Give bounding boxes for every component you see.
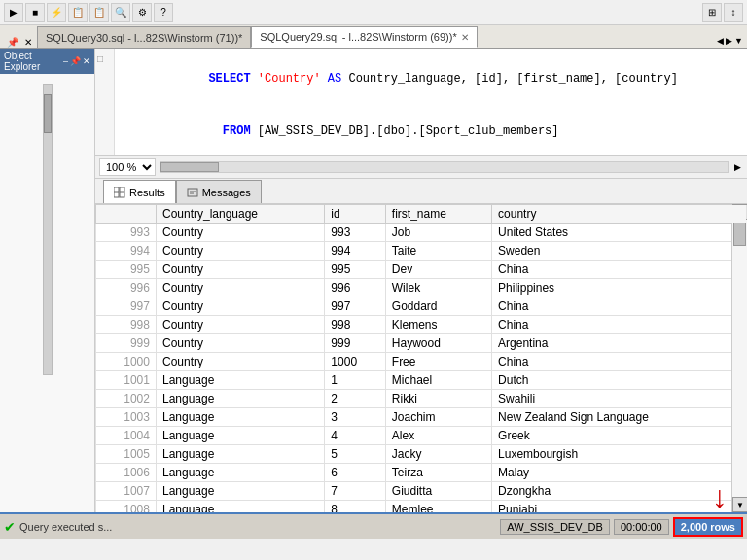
row-num-cell: 1003 bbox=[96, 408, 157, 427]
table-row: 993Country993JobUnited States bbox=[96, 224, 747, 242]
tab-scroll-right[interactable]: ▶ bbox=[726, 36, 732, 46]
tab-sqlquery30[interactable]: SQLQuery30.sql - l...82S\Winstorm (71))* bbox=[37, 26, 251, 48]
scrollbar-thumb bbox=[44, 94, 52, 133]
id-cell: 994 bbox=[325, 242, 385, 261]
toolbar-btn-6[interactable]: 🔍 bbox=[111, 3, 130, 22]
h-scroll-right-btn[interactable]: ▶ bbox=[732, 162, 743, 172]
row-num-cell: 994 bbox=[96, 242, 157, 261]
unpin-icon[interactable]: 📌 bbox=[70, 56, 81, 66]
col-header-first-name: first_name bbox=[385, 205, 491, 224]
first-name-cell: Haywood bbox=[385, 334, 491, 353]
first-name-cell: Taite bbox=[385, 242, 491, 261]
sql-editor[interactable]: □ SELECT 'Country' AS Country_language, … bbox=[95, 49, 747, 156]
sql-editor-content[interactable]: SELECT 'Country' AS Country_language, [i… bbox=[117, 49, 747, 156]
collapse-icon[interactable]: □ bbox=[97, 53, 103, 64]
status-success-icon: ✔ bbox=[4, 519, 16, 535]
toolbar-btn-5[interactable]: 📋 bbox=[89, 3, 109, 22]
results-tabs: Results Messages bbox=[95, 179, 747, 204]
line-gutter: □ bbox=[95, 49, 115, 155]
table-row: 996Country996WilekPhilippines bbox=[96, 279, 747, 298]
id-cell: 6 bbox=[325, 464, 385, 482]
toolbar-btn-1[interactable]: ▶ bbox=[4, 3, 23, 22]
h-scroll-thumb bbox=[160, 162, 219, 172]
tab-close-icon[interactable]: ✕ bbox=[461, 32, 469, 43]
id-cell: 1000 bbox=[325, 353, 385, 371]
col-header-rownum bbox=[96, 205, 157, 224]
id-cell: 8 bbox=[325, 501, 385, 513]
country-language-cell: Country bbox=[156, 298, 324, 316]
col-header-id: id bbox=[325, 205, 385, 224]
country-cell: China bbox=[492, 261, 747, 279]
messages-icon bbox=[187, 187, 198, 198]
scroll-thumb bbox=[733, 222, 746, 246]
row-num-cell: 1007 bbox=[96, 482, 157, 501]
country-cell: Sweden bbox=[492, 242, 747, 261]
id-cell: 998 bbox=[325, 316, 385, 334]
tab-scroll-left[interactable]: ◀ bbox=[717, 36, 724, 46]
row-num-cell: 1006 bbox=[96, 464, 157, 482]
zoom-select[interactable]: 100 % 75 % 125 % bbox=[99, 158, 156, 176]
id-cell: 5 bbox=[325, 445, 385, 464]
table-row: 1008Language8MemleePunjabi bbox=[96, 501, 747, 513]
country-language-cell: Country bbox=[156, 353, 324, 371]
toolbar-btn-2[interactable]: ■ bbox=[25, 3, 45, 22]
pin-button[interactable]: 📌 bbox=[4, 37, 21, 48]
tab-bar: 📌 ✕ SQLQuery30.sql - l...82S\Winstorm (7… bbox=[0, 25, 747, 49]
toolbar-btn-7[interactable]: ⚙ bbox=[132, 3, 152, 22]
country-cell: Swahili bbox=[492, 390, 747, 408]
toolbar: ▶ ■ ⚡ 📋 📋 🔍 ⚙ ? ⊞ ↕ bbox=[0, 0, 747, 25]
table-row: 1001Language1MichaelDutch bbox=[96, 371, 747, 390]
row-num-cell: 1005 bbox=[96, 445, 157, 464]
svg-rect-3 bbox=[120, 192, 124, 197]
row-num-cell: 999 bbox=[96, 334, 157, 353]
left-panel-title: Object Explorer bbox=[4, 51, 63, 72]
first-name-cell: Teirza bbox=[385, 464, 491, 482]
first-name-cell: Goddard bbox=[385, 298, 491, 316]
pin-icon[interactable]: – bbox=[63, 56, 68, 66]
left-panel-pins: – 📌 ✕ bbox=[63, 56, 90, 66]
svg-rect-1 bbox=[120, 187, 124, 192]
table-row: 999Country999HaywoodArgentina bbox=[96, 334, 747, 353]
toolbar-btn-8[interactable]: ? bbox=[154, 3, 173, 22]
toolbar-btn-3[interactable]: ⚡ bbox=[47, 3, 66, 22]
first-name-cell: Jacky bbox=[385, 445, 491, 464]
toolbar-btn-4[interactable]: 📋 bbox=[68, 3, 88, 22]
row-num-cell: 1008 bbox=[96, 501, 157, 513]
country-cell: United States bbox=[492, 224, 747, 242]
tab-sqlquery29[interactable]: SQLQuery29.sql - l...82S\Winstorm (69))*… bbox=[251, 26, 477, 48]
country-language-cell: Country bbox=[156, 261, 324, 279]
close-panel-icon[interactable]: ✕ bbox=[83, 56, 90, 66]
id-cell: 996 bbox=[325, 279, 385, 298]
country-language-cell: Country bbox=[156, 224, 324, 242]
country-cell: Punjabi bbox=[492, 501, 747, 513]
toolbar-extra-1[interactable]: ⊞ bbox=[702, 3, 722, 22]
first-name-cell: Job bbox=[385, 224, 491, 242]
status-time: 00:00:00 bbox=[614, 519, 669, 535]
vertical-scrollbar-results[interactable]: ▲ ▼ bbox=[731, 204, 747, 512]
tab-results[interactable]: Results bbox=[103, 180, 176, 203]
toolbar-extra-2[interactable]: ↕ bbox=[724, 3, 743, 22]
country-cell: Argentina bbox=[492, 334, 747, 353]
country-cell: Dzongkha bbox=[492, 482, 747, 501]
tab-messages[interactable]: Messages bbox=[176, 180, 262, 203]
country-cell: New Zealand Sign Language bbox=[492, 408, 747, 427]
country-language-cell: Language bbox=[156, 371, 324, 390]
country-cell: Philippines bbox=[492, 279, 747, 298]
country-cell: Luxembourgish bbox=[492, 445, 747, 464]
scroll-down-btn[interactable]: ▼ bbox=[732, 497, 747, 512]
country-language-cell: Language bbox=[156, 482, 324, 501]
tab-menu[interactable]: ▼ bbox=[734, 36, 743, 46]
vertical-scrollbar[interactable] bbox=[43, 84, 53, 375]
id-cell: 993 bbox=[325, 224, 385, 242]
unpin-button[interactable]: ✕ bbox=[21, 37, 35, 48]
table-row: 994Country994TaiteSweden bbox=[96, 242, 747, 261]
svg-rect-2 bbox=[114, 192, 119, 197]
horizontal-scrollbar[interactable] bbox=[160, 161, 729, 173]
table-row: 1003Language3JoachimNew Zealand Sign Lan… bbox=[96, 408, 747, 427]
main-area: Object Explorer – 📌 ✕ □ bbox=[0, 49, 747, 512]
results-table-container[interactable]: Country_language id first_name country 9… bbox=[95, 204, 747, 512]
table-row: 997Country997GoddardChina bbox=[96, 298, 747, 316]
id-cell: 7 bbox=[325, 482, 385, 501]
row-num-cell: 993 bbox=[96, 224, 157, 242]
first-name-cell: Alex bbox=[385, 427, 491, 445]
